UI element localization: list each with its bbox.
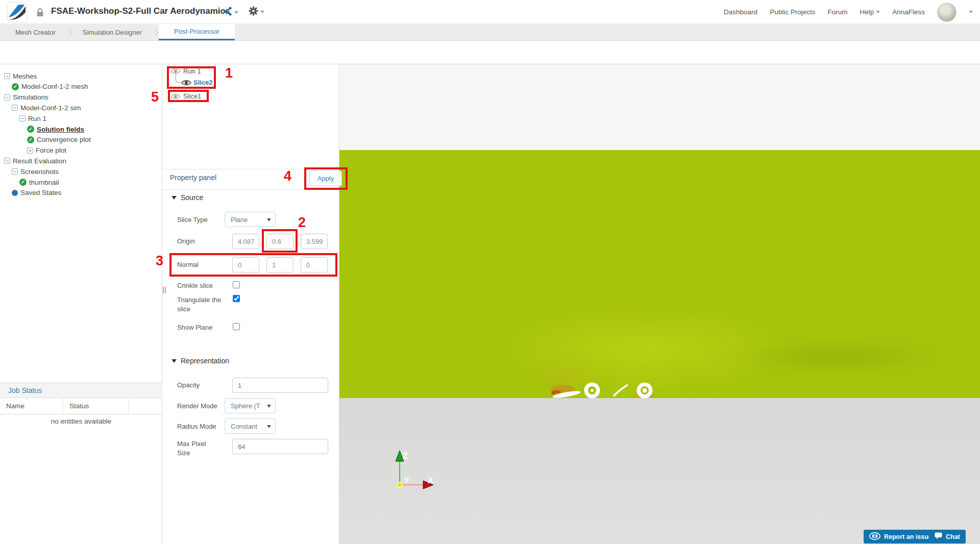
tree-item-meshes[interactable]: −Meshes — [4, 71, 37, 81]
nav-public-projects[interactable]: Public Projects — [770, 8, 815, 16]
normal-z-input[interactable] — [301, 257, 328, 273]
divider — [162, 169, 339, 169]
tree-item-label: Convergence plot — [37, 136, 91, 143]
pipeline-slice2[interactable]: Slice2 — [193, 79, 213, 86]
tab-post-processor[interactable]: Post-Processor — [159, 24, 235, 40]
chevron-down-icon — [267, 425, 271, 428]
tree-item-label: Force plot — [36, 146, 66, 154]
x-axis-label: X — [428, 476, 433, 485]
radius-mode-select[interactable]: Constant — [225, 418, 276, 434]
collapse-icon[interactable]: − — [12, 105, 18, 111]
car-slice-graphics — [541, 365, 684, 401]
crinkle-slice-label: Crinkle slice — [177, 282, 213, 289]
property-panel-title: Property panel — [170, 174, 216, 182]
pipeline-connector — [175, 75, 181, 83]
orientation-axes: Z Y X — [375, 443, 442, 504]
chevron-down-icon — [260, 11, 264, 13]
opacity-input[interactable] — [232, 378, 328, 393]
chevron-down-icon[interactable] — [969, 11, 973, 13]
origin-x-input[interactable] — [232, 234, 259, 249]
panel-resize-handle[interactable] — [163, 287, 166, 293]
nav-help[interactable]: Help — [860, 8, 880, 16]
nav-username[interactable]: AnnaFless — [892, 8, 925, 16]
nav-forum[interactable]: Forum — [827, 8, 847, 16]
tree-item-model-conf-1-2-sim[interactable]: −Model-Conf-1-2 sim — [12, 103, 81, 113]
tab-simulation-designer[interactable]: Simulation Designer — [72, 24, 152, 40]
pipeline-run1[interactable]: Run 1 — [183, 67, 201, 75]
report-issue-button[interactable]: Report an issue — [864, 530, 938, 543]
render-mode-label: Render Mode — [177, 402, 217, 410]
avatar[interactable] — [937, 3, 957, 22]
show-plane-label: Show Plane — [177, 324, 212, 331]
expand-icon[interactable]: + — [27, 147, 33, 154]
collapse-icon[interactable]: − — [19, 115, 26, 121]
tree-item-result-evaluation[interactable]: −Result Evaluation — [4, 156, 66, 166]
check-icon: ✓ — [12, 83, 19, 90]
pipeline-slice1[interactable]: Slice1 — [183, 92, 201, 100]
render-viewport[interactable]: Z Y X Report an issue Chat — [339, 64, 980, 544]
tree-item-model-conf-1-2-mesh[interactable]: ✓Model-Conf-1-2 mesh — [12, 82, 88, 92]
triangulate-checkbox[interactable] — [233, 295, 240, 302]
render-mode-select[interactable]: Sphere (T — [225, 398, 276, 413]
nav-dashboard[interactable]: Dashboard — [724, 8, 757, 16]
chevron-down-icon — [267, 405, 271, 408]
opacity-label: Opacity — [177, 381, 200, 389]
job-col-status: Status — [63, 398, 129, 414]
settings-menu[interactable] — [249, 6, 264, 18]
z-axis-label: Z — [403, 452, 408, 460]
tree-item-thumbnail[interactable]: ✓thumbnail — [19, 177, 59, 187]
collapse-icon[interactable]: − — [4, 94, 10, 101]
show-plane-checkbox[interactable] — [233, 323, 240, 330]
apply-button[interactable]: Apply — [309, 170, 342, 186]
tree-item-saved-states[interactable]: Saved States — [12, 188, 61, 198]
origin-y-input[interactable] — [266, 234, 293, 249]
max-pixel-size-input[interactable] — [232, 439, 328, 454]
job-col-name: Name — [0, 398, 63, 414]
visibility-eye-icon[interactable] — [170, 93, 181, 102]
origin-z-input[interactable] — [301, 234, 328, 249]
tree-item-simulations[interactable]: −Simulations — [4, 92, 48, 103]
tree-item-label: Simulations — [13, 93, 48, 101]
slice-type-select[interactable]: Plane — [225, 212, 276, 227]
chevron-down-icon — [234, 11, 238, 14]
tree-item-convergence-plot[interactable]: ✓Convergence plot — [27, 135, 91, 145]
y-axis-dot — [397, 482, 402, 487]
tree-item-force-plot[interactable]: +Force plot — [27, 145, 66, 156]
tree-item-label: Saved States — [20, 189, 61, 196]
field-dark-streak — [727, 339, 947, 375]
normal-y-input[interactable] — [266, 257, 293, 273]
job-status-table-header: Name Status — [0, 398, 162, 414]
visibility-eye-icon[interactable] — [181, 79, 191, 88]
tree-item-solution-fields[interactable]: ✓Solution fields — [27, 124, 84, 134]
job-status-empty: no entities available — [0, 417, 162, 425]
tree-item-screenshots[interactable]: −Screenshots — [12, 166, 59, 177]
job-col-actions — [129, 398, 162, 414]
crinkle-slice-checkbox[interactable] — [233, 281, 240, 288]
normal-label: Normal — [177, 261, 199, 268]
collapse-icon[interactable]: − — [12, 168, 18, 175]
gear-icon — [249, 6, 258, 18]
normal-x-input[interactable] — [232, 257, 259, 273]
triangle-down-icon — [172, 196, 177, 200]
tree-item-label: Meshes — [13, 72, 37, 80]
collapse-icon[interactable]: − — [4, 73, 10, 79]
tree-item-run-1[interactable]: −Run 1 — [19, 113, 46, 123]
lock-icon — [36, 8, 44, 19]
slice-type-label: Slice Type — [177, 216, 208, 224]
chat-button[interactable]: Chat — [929, 530, 966, 543]
pressure-slice-field — [339, 150, 980, 398]
share-menu[interactable] — [223, 7, 238, 18]
toolbar — [0, 41, 980, 64]
tree-item-label: Run 1 — [28, 115, 46, 122]
chevron-down-icon — [876, 11, 880, 13]
share-icon — [223, 7, 232, 18]
project-title: FSAE-Workshop-S2-Full Car Aerodynamics — [51, 6, 230, 16]
collapse-icon[interactable]: − — [4, 158, 10, 164]
source-section-header[interactable]: Source — [172, 193, 203, 202]
radius-mode-label: Radius Mode — [177, 423, 216, 430]
tree-item-label: Result Evaluation — [13, 157, 66, 165]
tab-mesh-creator[interactable]: Mesh Creator — [5, 24, 66, 40]
representation-section-header[interactable]: Representation — [172, 357, 229, 365]
simscale-logo[interactable] — [7, 2, 28, 22]
divider — [162, 189, 339, 190]
